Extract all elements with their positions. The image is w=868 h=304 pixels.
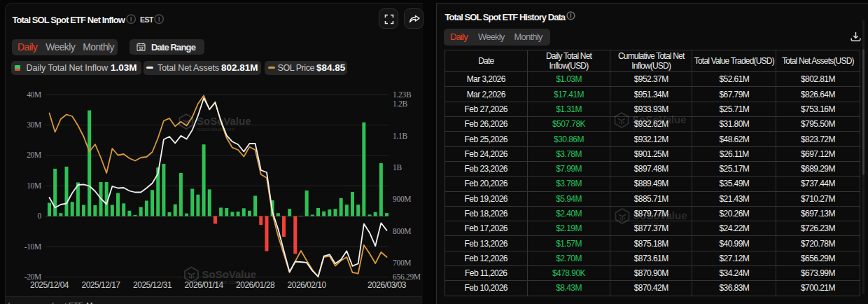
- svg-text:12: 12: [139, 46, 144, 50]
